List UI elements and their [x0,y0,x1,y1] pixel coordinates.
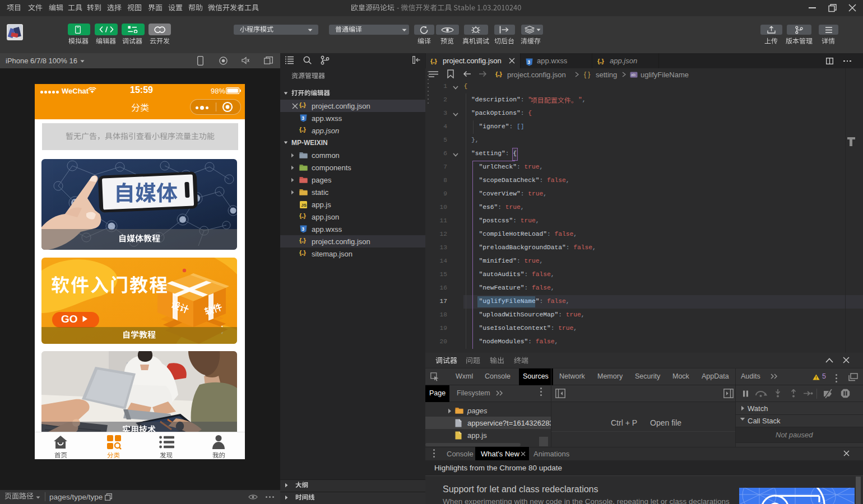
svg-text:3: 3 [527,59,530,65]
svg-text:3: 3 [301,115,304,121]
svg-text:ab: ab [631,73,635,77]
svg-text:JS: JS [301,203,307,208]
svg-text:3: 3 [301,226,304,232]
